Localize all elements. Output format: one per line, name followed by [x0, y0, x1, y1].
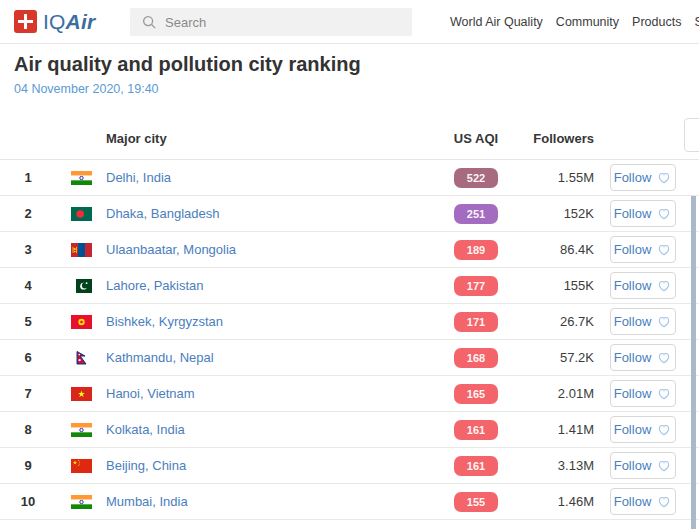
city-link[interactable]: Lahore, Pakistan	[106, 278, 436, 293]
city-link[interactable]: Kolkata, India	[106, 422, 436, 437]
rank-number: 8	[0, 422, 56, 437]
city-link[interactable]: Beijing, China	[106, 458, 436, 473]
followers-count: 1.41M	[516, 422, 606, 437]
flag-icon-mongolia	[71, 243, 92, 257]
nav-solutions[interactable]: Solutions	[694, 15, 699, 29]
heart-icon	[656, 278, 672, 293]
flag-icon-bangladesh	[71, 207, 92, 221]
follow-button[interactable]: Follow	[610, 380, 676, 407]
scrollbar-thumb[interactable]	[691, 196, 696, 529]
heart-icon	[656, 494, 672, 509]
table-row: 3 Ulaanbaatar, Mongolia 189 86.4K Follow	[0, 232, 699, 268]
rank-number: 7	[0, 386, 56, 401]
heart-icon	[656, 170, 672, 185]
city-link[interactable]: Delhi, India	[106, 170, 436, 185]
table-row: 8 Kolkata, India 161 1.41M Follow	[0, 412, 699, 448]
followers-count: 57.2K	[516, 350, 606, 365]
follow-button[interactable]: Follow	[610, 344, 676, 371]
rank-number: 9	[0, 458, 56, 473]
follow-button[interactable]: Follow	[610, 164, 676, 191]
city-link[interactable]: Dhaka, Bangladesh	[106, 206, 436, 221]
followers-count: 2.01M	[516, 386, 606, 401]
iqair-logo[interactable]: IQAir	[14, 10, 95, 34]
search-input[interactable]	[165, 15, 385, 30]
followers-count: 1.46M	[516, 494, 606, 509]
nav-products[interactable]: Products	[632, 15, 681, 29]
aqi-badge: 171	[454, 312, 498, 332]
followers-count: 86.4K	[516, 242, 606, 257]
aqi-badge: 161	[454, 420, 498, 440]
flag-icon-pakistan	[71, 279, 92, 293]
heart-icon	[656, 314, 672, 329]
follow-button[interactable]: Follow	[610, 272, 676, 299]
table-row: 7 Hanoi, Vietnam 165 2.01M Follow	[0, 376, 699, 412]
ranking-table-header: Major city US AQI Followers	[0, 118, 699, 160]
search-bar[interactable]	[130, 8, 412, 36]
followers-count: 152K	[516, 206, 606, 221]
follow-button[interactable]: Follow	[610, 236, 676, 263]
page-title: Air quality and pollution city ranking	[14, 53, 361, 76]
heart-icon	[656, 242, 672, 257]
follow-button[interactable]: Follow	[610, 308, 676, 335]
iqair-logo-text: IQAir	[43, 10, 95, 34]
column-header-major-city: Major city	[106, 131, 436, 146]
rank-number: 10	[0, 494, 56, 509]
column-header-followers: Followers	[516, 131, 606, 146]
flag-icon-india	[71, 495, 92, 509]
aqi-badge: 251	[454, 204, 498, 224]
nav-community[interactable]: Community	[556, 15, 619, 29]
iqair-swiss-cross-icon	[14, 10, 37, 33]
flag-icon-vietnam	[71, 387, 92, 401]
flag-icon-china	[71, 459, 92, 473]
follow-button[interactable]: Follow	[610, 452, 676, 479]
flag-icon-india	[71, 423, 92, 437]
aqi-badge: 177	[454, 276, 498, 296]
rank-number: 6	[0, 350, 56, 365]
search-icon	[142, 15, 157, 30]
cutoff-side-widget	[684, 118, 699, 152]
main-nav: World Air Quality Community Products Sol…	[450, 0, 699, 44]
flag-icon-kyrgyzstan	[71, 315, 92, 329]
followers-count: 3.13M	[516, 458, 606, 473]
table-row: 9 Beijing, China 161 3.13M Follow	[0, 448, 699, 484]
table-row: 4 Lahore, Pakistan 177 155K Follow	[0, 268, 699, 304]
aqi-badge: 161	[454, 456, 498, 476]
rank-number: 5	[0, 314, 56, 329]
flag-icon-nepal	[71, 351, 92, 365]
city-link[interactable]: Ulaanbaatar, Mongolia	[106, 242, 436, 257]
ranking-timestamp: 04 November 2020, 19:40	[14, 82, 159, 96]
aqi-badge: 165	[454, 384, 498, 404]
heart-icon	[656, 206, 672, 221]
table-row: 6 Kathmandu, Nepal 168 57.2K Follow	[0, 340, 699, 376]
city-link[interactable]: Bishkek, Kyrgyzstan	[106, 314, 436, 329]
nav-world-air-quality[interactable]: World Air Quality	[450, 15, 543, 29]
follow-button[interactable]: Follow	[610, 416, 676, 443]
heart-icon	[656, 350, 672, 365]
followers-count: 155K	[516, 278, 606, 293]
rank-number: 2	[0, 206, 56, 221]
rank-number: 3	[0, 242, 56, 257]
heart-icon	[656, 386, 672, 401]
city-link[interactable]: Mumbai, India	[106, 494, 436, 509]
flag-icon-india	[71, 171, 92, 185]
aqi-badge: 189	[454, 240, 498, 260]
city-link[interactable]: Kathmandu, Nepal	[106, 350, 436, 365]
ranking-rows: 1 Delhi, India 522 1.55M Follow 2 Dhaka,…	[0, 160, 699, 520]
table-row: 1 Delhi, India 522 1.55M Follow	[0, 160, 699, 196]
city-link[interactable]: Hanoi, Vietnam	[106, 386, 436, 401]
rank-number: 1	[0, 170, 56, 185]
followers-count: 26.7K	[516, 314, 606, 329]
column-header-us-aqi: US AQI	[436, 131, 516, 146]
follow-button[interactable]: Follow	[610, 488, 676, 515]
table-row: 10 Mumbai, India 155 1.46M Follow	[0, 484, 699, 520]
top-navigation-bar: IQAir World Air Quality Community Produc…	[0, 0, 699, 44]
aqi-badge: 155	[454, 492, 498, 512]
aqi-badge: 522	[454, 168, 498, 188]
table-row: 5 Bishkek, Kyrgyzstan 171 26.7K Follow	[0, 304, 699, 340]
rank-number: 4	[0, 278, 56, 293]
heart-icon	[656, 458, 672, 473]
follow-button[interactable]: Follow	[610, 200, 676, 227]
aqi-badge: 168	[454, 348, 498, 368]
heart-icon	[656, 422, 672, 437]
table-row: 2 Dhaka, Bangladesh 251 152K Follow	[0, 196, 699, 232]
